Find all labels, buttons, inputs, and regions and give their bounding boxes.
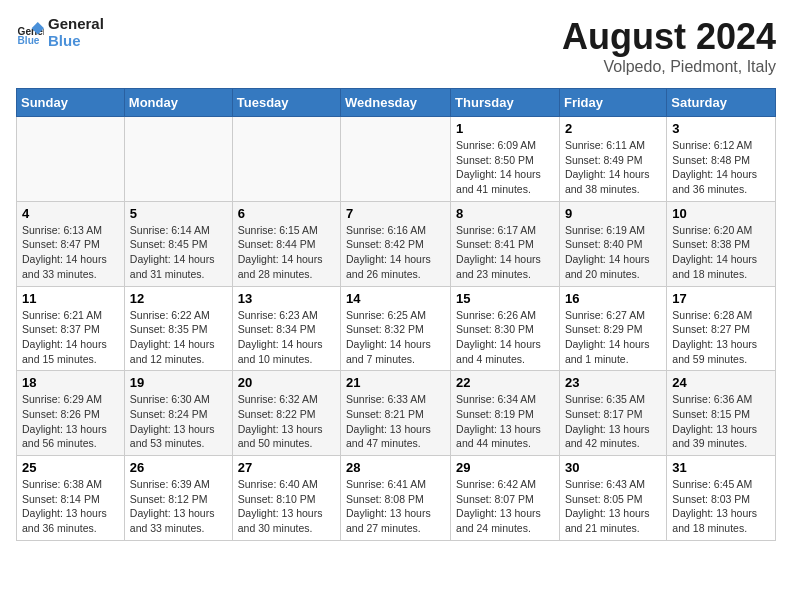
calendar-cell: 4Sunrise: 6:13 AM Sunset: 8:47 PM Daylig… [17,201,125,286]
day-info: Sunrise: 6:14 AM Sunset: 8:45 PM Dayligh… [130,223,227,282]
calendar-cell: 31Sunrise: 6:45 AM Sunset: 8:03 PM Dayli… [667,456,776,541]
calendar-cell: 30Sunrise: 6:43 AM Sunset: 8:05 PM Dayli… [559,456,666,541]
calendar-cell: 7Sunrise: 6:16 AM Sunset: 8:42 PM Daylig… [341,201,451,286]
day-info: Sunrise: 6:17 AM Sunset: 8:41 PM Dayligh… [456,223,554,282]
calendar-cell: 2Sunrise: 6:11 AM Sunset: 8:49 PM Daylig… [559,117,666,202]
svg-text:Blue: Blue [18,34,40,45]
calendar-cell: 16Sunrise: 6:27 AM Sunset: 8:29 PM Dayli… [559,286,666,371]
week-row-3: 18Sunrise: 6:29 AM Sunset: 8:26 PM Dayli… [17,371,776,456]
calendar-cell: 18Sunrise: 6:29 AM Sunset: 8:26 PM Dayli… [17,371,125,456]
weekday-header-saturday: Saturday [667,89,776,117]
day-number: 25 [22,460,119,475]
calendar-cell: 17Sunrise: 6:28 AM Sunset: 8:27 PM Dayli… [667,286,776,371]
day-info: Sunrise: 6:12 AM Sunset: 8:48 PM Dayligh… [672,138,770,197]
weekday-header-sunday: Sunday [17,89,125,117]
calendar-cell: 13Sunrise: 6:23 AM Sunset: 8:34 PM Dayli… [232,286,340,371]
day-number: 29 [456,460,554,475]
weekday-header-tuesday: Tuesday [232,89,340,117]
day-number: 21 [346,375,445,390]
day-number: 6 [238,206,335,221]
calendar-cell: 3Sunrise: 6:12 AM Sunset: 8:48 PM Daylig… [667,117,776,202]
calendar-cell: 11Sunrise: 6:21 AM Sunset: 8:37 PM Dayli… [17,286,125,371]
calendar-cell: 26Sunrise: 6:39 AM Sunset: 8:12 PM Dayli… [124,456,232,541]
day-info: Sunrise: 6:32 AM Sunset: 8:22 PM Dayligh… [238,392,335,451]
day-number: 14 [346,291,445,306]
day-info: Sunrise: 6:34 AM Sunset: 8:19 PM Dayligh… [456,392,554,451]
day-number: 27 [238,460,335,475]
day-info: Sunrise: 6:22 AM Sunset: 8:35 PM Dayligh… [130,308,227,367]
day-number: 22 [456,375,554,390]
calendar-cell: 29Sunrise: 6:42 AM Sunset: 8:07 PM Dayli… [451,456,560,541]
day-number: 17 [672,291,770,306]
logo-line2: Blue [48,33,104,50]
week-row-2: 11Sunrise: 6:21 AM Sunset: 8:37 PM Dayli… [17,286,776,371]
calendar-cell [124,117,232,202]
day-number: 26 [130,460,227,475]
location: Volpedo, Piedmont, Italy [562,58,776,76]
day-number: 8 [456,206,554,221]
calendar-cell: 27Sunrise: 6:40 AM Sunset: 8:10 PM Dayli… [232,456,340,541]
calendar-cell: 21Sunrise: 6:33 AM Sunset: 8:21 PM Dayli… [341,371,451,456]
day-info: Sunrise: 6:21 AM Sunset: 8:37 PM Dayligh… [22,308,119,367]
calendar-cell: 22Sunrise: 6:34 AM Sunset: 8:19 PM Dayli… [451,371,560,456]
day-number: 2 [565,121,661,136]
day-info: Sunrise: 6:13 AM Sunset: 8:47 PM Dayligh… [22,223,119,282]
calendar-cell: 25Sunrise: 6:38 AM Sunset: 8:14 PM Dayli… [17,456,125,541]
day-number: 30 [565,460,661,475]
day-info: Sunrise: 6:15 AM Sunset: 8:44 PM Dayligh… [238,223,335,282]
day-number: 9 [565,206,661,221]
calendar-title: August 2024 Volpedo, Piedmont, Italy [562,16,776,76]
day-number: 31 [672,460,770,475]
day-info: Sunrise: 6:16 AM Sunset: 8:42 PM Dayligh… [346,223,445,282]
logo-icon: General Blue [16,19,44,47]
day-number: 3 [672,121,770,136]
day-info: Sunrise: 6:23 AM Sunset: 8:34 PM Dayligh… [238,308,335,367]
day-number: 24 [672,375,770,390]
calendar-cell [232,117,340,202]
week-row-0: 1Sunrise: 6:09 AM Sunset: 8:50 PM Daylig… [17,117,776,202]
day-info: Sunrise: 6:25 AM Sunset: 8:32 PM Dayligh… [346,308,445,367]
logo: General Blue General Blue [16,16,104,49]
day-info: Sunrise: 6:33 AM Sunset: 8:21 PM Dayligh… [346,392,445,451]
day-number: 11 [22,291,119,306]
day-number: 4 [22,206,119,221]
day-info: Sunrise: 6:19 AM Sunset: 8:40 PM Dayligh… [565,223,661,282]
day-info: Sunrise: 6:41 AM Sunset: 8:08 PM Dayligh… [346,477,445,536]
day-number: 10 [672,206,770,221]
calendar-cell [17,117,125,202]
day-info: Sunrise: 6:28 AM Sunset: 8:27 PM Dayligh… [672,308,770,367]
weekday-header-wednesday: Wednesday [341,89,451,117]
day-number: 20 [238,375,335,390]
calendar-cell: 28Sunrise: 6:41 AM Sunset: 8:08 PM Dayli… [341,456,451,541]
day-number: 28 [346,460,445,475]
calendar-cell: 12Sunrise: 6:22 AM Sunset: 8:35 PM Dayli… [124,286,232,371]
day-number: 13 [238,291,335,306]
header: General Blue General Blue August 2024 Vo… [16,16,776,76]
month-year: August 2024 [562,16,776,58]
calendar-cell: 8Sunrise: 6:17 AM Sunset: 8:41 PM Daylig… [451,201,560,286]
day-number: 19 [130,375,227,390]
day-info: Sunrise: 6:36 AM Sunset: 8:15 PM Dayligh… [672,392,770,451]
day-info: Sunrise: 6:43 AM Sunset: 8:05 PM Dayligh… [565,477,661,536]
calendar-cell: 1Sunrise: 6:09 AM Sunset: 8:50 PM Daylig… [451,117,560,202]
day-info: Sunrise: 6:11 AM Sunset: 8:49 PM Dayligh… [565,138,661,197]
calendar-cell: 9Sunrise: 6:19 AM Sunset: 8:40 PM Daylig… [559,201,666,286]
calendar-table: SundayMondayTuesdayWednesdayThursdayFrid… [16,88,776,541]
day-number: 1 [456,121,554,136]
day-number: 12 [130,291,227,306]
day-info: Sunrise: 6:09 AM Sunset: 8:50 PM Dayligh… [456,138,554,197]
calendar-cell: 6Sunrise: 6:15 AM Sunset: 8:44 PM Daylig… [232,201,340,286]
calendar-cell: 24Sunrise: 6:36 AM Sunset: 8:15 PM Dayli… [667,371,776,456]
calendar-cell [341,117,451,202]
calendar-cell: 20Sunrise: 6:32 AM Sunset: 8:22 PM Dayli… [232,371,340,456]
day-info: Sunrise: 6:30 AM Sunset: 8:24 PM Dayligh… [130,392,227,451]
calendar-cell: 5Sunrise: 6:14 AM Sunset: 8:45 PM Daylig… [124,201,232,286]
day-info: Sunrise: 6:29 AM Sunset: 8:26 PM Dayligh… [22,392,119,451]
weekday-header-row: SundayMondayTuesdayWednesdayThursdayFrid… [17,89,776,117]
day-number: 15 [456,291,554,306]
day-info: Sunrise: 6:45 AM Sunset: 8:03 PM Dayligh… [672,477,770,536]
calendar-cell: 19Sunrise: 6:30 AM Sunset: 8:24 PM Dayli… [124,371,232,456]
weekday-header-thursday: Thursday [451,89,560,117]
day-number: 7 [346,206,445,221]
day-info: Sunrise: 6:35 AM Sunset: 8:17 PM Dayligh… [565,392,661,451]
